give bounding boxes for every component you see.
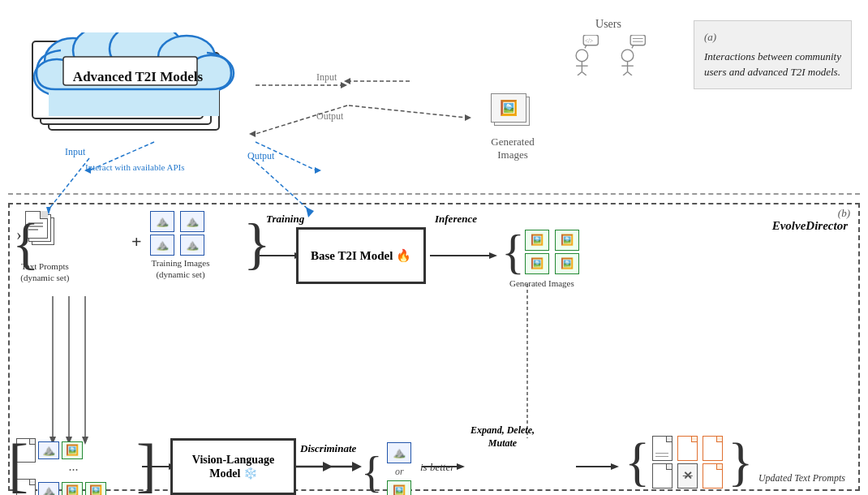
evolve-director-label: EvolveDirector <box>772 219 848 233</box>
users-figures: </> <box>569 35 648 75</box>
gen-img-b-1: 🖼️ <box>525 230 549 251</box>
users-label: Users <box>595 18 621 31</box>
ellipsis: ··· <box>16 467 106 474</box>
svg-marker-60 <box>611 463 619 470</box>
updated-prompts-group: { ✕ <box>625 432 753 493</box>
updated-text-prompts-label: Updated Text Prompts <box>758 472 845 484</box>
triplet-img-b-2: ⛰️ <box>38 482 59 495</box>
input-label-blue: Input <box>65 146 85 158</box>
training-img-1: ⛰️ <box>150 211 174 232</box>
svg-line-30 <box>578 71 582 75</box>
training-img-4: ⛰️ <box>180 235 204 256</box>
or-label: or <box>395 466 404 478</box>
output-label-blue: Output <box>247 150 274 162</box>
vlm-box: Vision-LanguageModel ❄️ <box>170 438 296 495</box>
input-triplets: ⛰️ 🖼️ ··· ⛰️ 🖼️ 🖼️ <box>16 438 106 495</box>
training-images-group: ⛰️ ⛰️ ⛰️ ⛰️ Training Images(dynamic set) <box>150 211 211 281</box>
svg-line-6 <box>349 105 466 118</box>
triplet-img-g-3: 🖼️ <box>85 482 106 495</box>
input-label-right: Input <box>316 71 337 84</box>
generated-images-top: 🖼️ 🖼️ GeneratedImages <box>491 93 535 161</box>
triplet-img-g-1: 🖼️ <box>62 441 83 459</box>
cloud-label: Advanced T2I Models <box>49 69 227 85</box>
disc-img-green: 🖼️ <box>387 480 411 495</box>
left-brace: { <box>12 216 40 273</box>
diagram-container: Advanced T2I Models Input Interact with … <box>0 0 868 495</box>
svg-marker-58 <box>457 463 465 470</box>
is-better-label: is better <box>420 461 454 474</box>
right-brace: } <box>243 216 271 273</box>
gen-img-b-4: 🖼️ <box>555 253 579 274</box>
svg-line-40 <box>628 71 632 75</box>
generated-images-top-label: GeneratedImages <box>491 136 534 161</box>
disc-img-blue: ⛰️ <box>387 442 411 463</box>
svg-text:</>: </> <box>585 38 593 45</box>
user-programmer-icon: </> <box>569 35 601 75</box>
svg-marker-7 <box>465 114 471 121</box>
expand-delete-mutate-label: Expand, Delete,Mutate <box>471 424 535 450</box>
section-b: (b) <box>8 203 860 491</box>
triplet-img-g-2: 🖼️ <box>62 482 83 495</box>
section-a-label: (a) <box>704 29 841 45</box>
interact-label: Interact with available APIs <box>85 162 185 172</box>
svg-marker-54 <box>323 462 333 471</box>
cloud-box: Advanced T2I Models <box>24 32 251 138</box>
triplet-img-b-1: ⛰️ <box>38 441 59 459</box>
plus-sign: + <box>131 231 142 252</box>
users-area: Users </> <box>527 16 690 114</box>
gen-img-b-3: 🖼️ <box>525 253 549 274</box>
training-img-2: ⛰️ <box>180 211 204 232</box>
svg-marker-5 <box>344 78 350 84</box>
svg-rect-32 <box>630 35 645 45</box>
inference-label: Inference <box>435 213 477 226</box>
discriminate-images: { ⛰️ or 🖼️ <box>361 442 411 495</box>
section-a-desc: Interactions between community users and… <box>704 49 841 80</box>
output-label-right: Output <box>316 110 343 123</box>
training-label: Training <box>266 213 304 226</box>
base-model-label: Base T2I Model 🔥 <box>311 248 411 263</box>
svg-point-27 <box>576 50 588 62</box>
section-b-label: (b) <box>838 207 850 220</box>
training-img-3: ⛰️ <box>150 235 174 256</box>
svg-marker-11 <box>315 167 321 174</box>
gen-img-b-2: 🖼️ <box>555 230 579 251</box>
svg-line-31 <box>582 71 586 75</box>
svg-point-36 <box>621 50 634 62</box>
svg-marker-44 <box>489 252 497 259</box>
desc-box-a: (a) Interactions between community users… <box>694 20 852 89</box>
svg-marker-1 <box>341 82 347 88</box>
left-brace-bottom: [ <box>8 434 28 495</box>
generated-images-b: { 🖼️ 🖼️ 🖼️ 🖼️ Generated Images <box>501 227 582 288</box>
discriminate-label: Discriminate <box>300 442 356 455</box>
user-regular-icon <box>616 35 648 75</box>
section-a: Advanced T2I Models Input Interact with … <box>8 8 860 195</box>
generated-images-b-label: Generated Images <box>509 278 574 288</box>
vlm-label: Vision-LanguageModel ❄️ <box>192 454 274 480</box>
base-t2i-model-box: Base T2I Model 🔥 <box>296 227 426 284</box>
right-brace-bottom: ] <box>136 434 157 495</box>
training-images-label: Training Images(dynamic set) <box>151 257 209 281</box>
svg-line-39 <box>623 71 627 75</box>
